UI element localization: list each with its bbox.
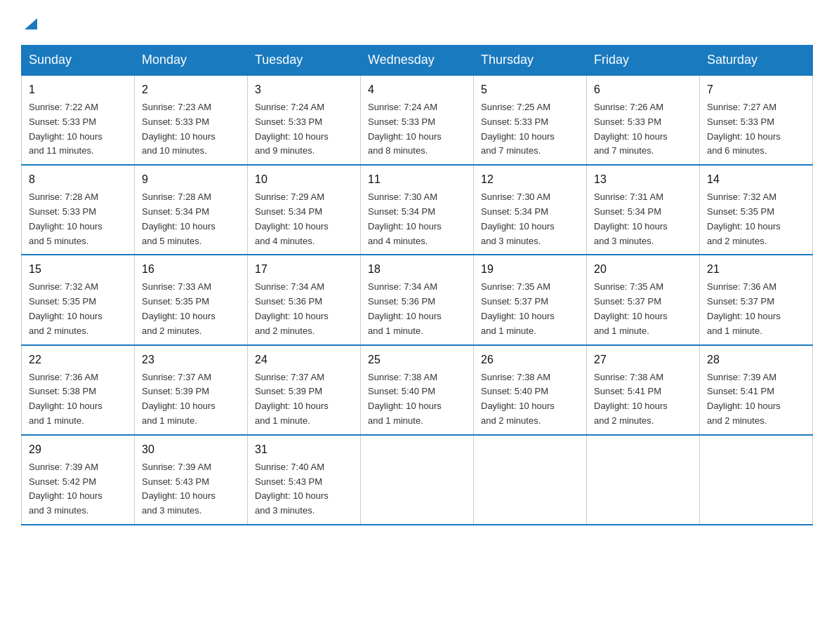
calendar-day-cell: 20Sunrise: 7:35 AMSunset: 5:37 PMDayligh… — [587, 255, 700, 344]
day-number: 11 — [368, 171, 466, 188]
calendar-day-cell: 29Sunrise: 7:39 AMSunset: 5:42 PMDayligh… — [22, 435, 135, 525]
calendar-day-cell: 22Sunrise: 7:36 AMSunset: 5:38 PMDayligh… — [22, 345, 135, 435]
day-number: 25 — [368, 351, 466, 368]
calendar-week-row: 8Sunrise: 7:28 AMSunset: 5:33 PMDaylight… — [22, 165, 813, 255]
day-info: Sunrise: 7:33 AMSunset: 5:35 PMDaylight:… — [142, 280, 240, 338]
day-number: 8 — [29, 171, 127, 188]
calendar-week-row: 29Sunrise: 7:39 AMSunset: 5:42 PMDayligh… — [22, 435, 813, 525]
calendar-day-cell: 14Sunrise: 7:32 AMSunset: 5:35 PMDayligh… — [700, 165, 813, 255]
calendar-week-row: 15Sunrise: 7:32 AMSunset: 5:35 PMDayligh… — [22, 255, 813, 344]
day-info: Sunrise: 7:37 AMSunset: 5:39 PMDaylight:… — [255, 370, 353, 429]
page-header — [21, 14, 813, 31]
day-info: Sunrise: 7:29 AMSunset: 5:34 PMDaylight:… — [255, 190, 353, 248]
day-number: 30 — [142, 441, 240, 458]
calendar-day-cell — [361, 435, 474, 525]
calendar-week-row: 1Sunrise: 7:22 AMSunset: 5:33 PMDaylight… — [22, 75, 813, 165]
weekday-header-monday: Monday — [135, 46, 248, 76]
day-info: Sunrise: 7:25 AMSunset: 5:33 PMDaylight:… — [481, 100, 579, 159]
calendar-day-cell: 30Sunrise: 7:39 AMSunset: 5:43 PMDayligh… — [135, 435, 248, 525]
day-info: Sunrise: 7:35 AMSunset: 5:37 PMDaylight:… — [481, 280, 579, 338]
day-number: 28 — [707, 351, 805, 368]
day-info: Sunrise: 7:24 AMSunset: 5:33 PMDaylight:… — [255, 100, 353, 159]
day-number: 9 — [142, 171, 240, 188]
calendar-day-cell: 3Sunrise: 7:24 AMSunset: 5:33 PMDaylight… — [248, 75, 361, 165]
calendar-day-cell — [474, 435, 587, 525]
day-info: Sunrise: 7:30 AMSunset: 5:34 PMDaylight:… — [368, 190, 466, 248]
day-number: 5 — [481, 81, 579, 98]
day-number: 23 — [142, 351, 240, 368]
calendar-table: SundayMondayTuesdayWednesdayThursdayFrid… — [21, 45, 813, 525]
day-info: Sunrise: 7:36 AMSunset: 5:37 PMDaylight:… — [707, 280, 805, 338]
calendar-day-cell: 8Sunrise: 7:28 AMSunset: 5:33 PMDaylight… — [22, 165, 135, 255]
day-number: 20 — [594, 261, 692, 278]
calendar-day-cell: 28Sunrise: 7:39 AMSunset: 5:41 PMDayligh… — [700, 345, 813, 435]
calendar-day-cell: 31Sunrise: 7:40 AMSunset: 5:43 PMDayligh… — [248, 435, 361, 525]
day-number: 27 — [594, 351, 692, 368]
calendar-day-cell: 6Sunrise: 7:26 AMSunset: 5:33 PMDaylight… — [587, 75, 700, 165]
calendar-day-cell — [587, 435, 700, 525]
day-number: 29 — [29, 441, 127, 458]
calendar-day-cell: 7Sunrise: 7:27 AMSunset: 5:33 PMDaylight… — [700, 75, 813, 165]
day-number: 12 — [481, 171, 579, 188]
weekday-header-saturday: Saturday — [700, 46, 813, 76]
day-number: 15 — [29, 261, 127, 278]
calendar-day-cell: 5Sunrise: 7:25 AMSunset: 5:33 PMDaylight… — [474, 75, 587, 165]
calendar-day-cell: 1Sunrise: 7:22 AMSunset: 5:33 PMDaylight… — [22, 75, 135, 165]
calendar-day-cell: 4Sunrise: 7:24 AMSunset: 5:33 PMDaylight… — [361, 75, 474, 165]
day-info: Sunrise: 7:39 AMSunset: 5:43 PMDaylight:… — [142, 460, 240, 518]
day-info: Sunrise: 7:32 AMSunset: 5:35 PMDaylight:… — [707, 190, 805, 248]
calendar-day-cell: 26Sunrise: 7:38 AMSunset: 5:40 PMDayligh… — [474, 345, 587, 435]
day-number: 4 — [368, 81, 466, 98]
weekday-header-friday: Friday — [587, 46, 700, 76]
day-number: 16 — [142, 261, 240, 278]
day-number: 13 — [594, 171, 692, 188]
day-info: Sunrise: 7:39 AMSunset: 5:41 PMDaylight:… — [707, 370, 805, 429]
day-number: 31 — [255, 441, 353, 458]
calendar-day-cell: 2Sunrise: 7:23 AMSunset: 5:33 PMDaylight… — [135, 75, 248, 165]
calendar-day-cell: 9Sunrise: 7:28 AMSunset: 5:34 PMDaylight… — [135, 165, 248, 255]
day-info: Sunrise: 7:38 AMSunset: 5:40 PMDaylight:… — [481, 370, 579, 429]
day-info: Sunrise: 7:36 AMSunset: 5:38 PMDaylight:… — [29, 370, 127, 429]
day-number: 2 — [142, 81, 240, 98]
day-info: Sunrise: 7:38 AMSunset: 5:41 PMDaylight:… — [594, 370, 692, 429]
day-info: Sunrise: 7:34 AMSunset: 5:36 PMDaylight:… — [255, 280, 353, 338]
day-info: Sunrise: 7:34 AMSunset: 5:36 PMDaylight:… — [368, 280, 466, 338]
day-info: Sunrise: 7:27 AMSunset: 5:33 PMDaylight:… — [707, 100, 805, 159]
calendar-day-cell — [700, 435, 813, 525]
day-info: Sunrise: 7:31 AMSunset: 5:34 PMDaylight:… — [594, 190, 692, 248]
day-info: Sunrise: 7:22 AMSunset: 5:33 PMDaylight:… — [29, 100, 127, 159]
day-number: 6 — [594, 81, 692, 98]
calendar-day-cell: 18Sunrise: 7:34 AMSunset: 5:36 PMDayligh… — [361, 255, 474, 344]
calendar-day-cell: 17Sunrise: 7:34 AMSunset: 5:36 PMDayligh… — [248, 255, 361, 344]
day-number: 24 — [255, 351, 353, 368]
day-number: 1 — [29, 81, 127, 98]
day-info: Sunrise: 7:28 AMSunset: 5:34 PMDaylight:… — [142, 190, 240, 248]
day-number: 22 — [29, 351, 127, 368]
calendar-day-cell: 16Sunrise: 7:33 AMSunset: 5:35 PMDayligh… — [135, 255, 248, 344]
day-info: Sunrise: 7:40 AMSunset: 5:43 PMDaylight:… — [255, 460, 353, 518]
day-info: Sunrise: 7:39 AMSunset: 5:42 PMDaylight:… — [29, 460, 127, 518]
weekday-header-wednesday: Wednesday — [361, 46, 474, 76]
calendar-day-cell: 19Sunrise: 7:35 AMSunset: 5:37 PMDayligh… — [474, 255, 587, 344]
calendar-day-cell: 10Sunrise: 7:29 AMSunset: 5:34 PMDayligh… — [248, 165, 361, 255]
day-number: 17 — [255, 261, 353, 278]
weekday-header-tuesday: Tuesday — [248, 46, 361, 76]
logo — [21, 14, 39, 31]
weekday-header-row: SundayMondayTuesdayWednesdayThursdayFrid… — [22, 46, 813, 76]
weekday-header-sunday: Sunday — [22, 46, 135, 76]
day-info: Sunrise: 7:32 AMSunset: 5:35 PMDaylight:… — [29, 280, 127, 338]
calendar-day-cell: 23Sunrise: 7:37 AMSunset: 5:39 PMDayligh… — [135, 345, 248, 435]
calendar-day-cell: 13Sunrise: 7:31 AMSunset: 5:34 PMDayligh… — [587, 165, 700, 255]
day-number: 14 — [707, 171, 805, 188]
day-number: 21 — [707, 261, 805, 278]
calendar-day-cell: 27Sunrise: 7:38 AMSunset: 5:41 PMDayligh… — [587, 345, 700, 435]
day-info: Sunrise: 7:28 AMSunset: 5:33 PMDaylight:… — [29, 190, 127, 248]
calendar-week-row: 22Sunrise: 7:36 AMSunset: 5:38 PMDayligh… — [22, 345, 813, 435]
day-number: 18 — [368, 261, 466, 278]
calendar-day-cell: 25Sunrise: 7:38 AMSunset: 5:40 PMDayligh… — [361, 345, 474, 435]
calendar-day-cell: 24Sunrise: 7:37 AMSunset: 5:39 PMDayligh… — [248, 345, 361, 435]
day-info: Sunrise: 7:37 AMSunset: 5:39 PMDaylight:… — [142, 370, 240, 429]
calendar-day-cell: 12Sunrise: 7:30 AMSunset: 5:34 PMDayligh… — [474, 165, 587, 255]
calendar-day-cell: 11Sunrise: 7:30 AMSunset: 5:34 PMDayligh… — [361, 165, 474, 255]
day-info: Sunrise: 7:35 AMSunset: 5:37 PMDaylight:… — [594, 280, 692, 338]
